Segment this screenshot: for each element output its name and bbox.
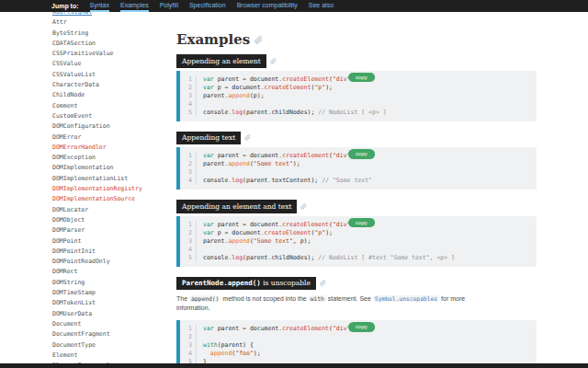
- code-line: 3with(parent) {: [180, 341, 537, 350]
- sidebar-item-cssvaluelist[interactable]: CSSValueList: [52, 70, 174, 80]
- section-anchor-icon[interactable]: [244, 134, 251, 141]
- sidebar-item-domerrorhandler[interactable]: DOMErrorHandler: [52, 143, 174, 153]
- section-anchor-icon[interactable]: [270, 58, 277, 64]
- section-heading-text: Appending an element and text: [182, 202, 291, 211]
- sidebar-item-domlocator[interactable]: DOMLocator: [52, 205, 174, 215]
- sidebar-item-cssprimitivevalue[interactable]: CSSPrimitiveValue: [52, 49, 174, 59]
- sidebar-item-bytestring[interactable]: ByteString: [52, 29, 174, 39]
- paragraph-text: method is not scoped into the: [220, 295, 308, 302]
- section-anchor-icon[interactable]: [300, 203, 307, 210]
- sidebar-item-domtimestamp[interactable]: DOMTimeStamp: [52, 288, 174, 298]
- code-line: 2var p = document.createElement("p");: [180, 84, 537, 92]
- nav-link-polyfill[interactable]: Polyfill: [160, 0, 178, 12]
- line-number: 3: [180, 168, 197, 177]
- sidebar-item-domuserdata[interactable]: DOMUserData: [52, 309, 174, 319]
- code-text: var parent = document.createElement("div…: [197, 152, 357, 160]
- sidebar-nav: AbortSignalAttrByteStringCDATASectionCSS…: [52, 7, 174, 368]
- line-number: 3: [180, 92, 197, 100]
- code-line: 5console.log(parent.childNodes); // Node…: [180, 109, 537, 117]
- code-text: console.log(parent.textContent); // "Som…: [197, 177, 372, 185]
- jump-to-label: Jump to:: [51, 0, 79, 12]
- sidebar-item-domparser[interactable]: DOMParser: [52, 225, 174, 236]
- line-number: 4: [180, 100, 197, 109]
- bottom-bar: [0, 363, 588, 368]
- line-number: 4: [180, 177, 197, 185]
- line-number: 2: [180, 84, 197, 92]
- code-text: console.log(parent.childNodes); // NodeL…: [197, 109, 387, 117]
- sidebar-item-domstring[interactable]: DOMString: [52, 278, 174, 288]
- sidebar-item-domerror[interactable]: DOMError: [52, 132, 174, 143]
- sidebar-item-attr[interactable]: Attr: [52, 17, 174, 28]
- sidebar-item-documentfragment[interactable]: DocumentFragment: [52, 329, 174, 339]
- page: Jump to: SyntaxExamplesPolyfillSpecifica…: [0, 0, 588, 368]
- page-title: Examples: [176, 31, 537, 48]
- section-anchor-icon[interactable]: [320, 280, 326, 286]
- symbol-unscopables-link[interactable]: Symbol.unscopables: [373, 295, 439, 302]
- sidebar-item-childnode[interactable]: ChildNode: [52, 90, 174, 100]
- nav-links: SyntaxExamplesPolyfillSpecificationBrows…: [90, 0, 345, 12]
- code-text: append("foo");: [197, 350, 261, 358]
- code-text: parent.append("Some text");: [197, 160, 300, 168]
- paragraph-text: statement. See: [326, 295, 373, 302]
- section-heading-text: Appending text: [182, 133, 235, 142]
- code-line: 2: [180, 333, 537, 341]
- section-heading-code: ParentNode.append(): [182, 279, 261, 287]
- sidebar-item-dompointreadonly[interactable]: DOMPointReadOnly: [52, 257, 174, 267]
- section-heading: Appending an element and text: [176, 200, 297, 213]
- sidebar-item-dompointinit[interactable]: DOMPointInit: [52, 247, 174, 257]
- sidebar-item-dompoint[interactable]: DOMPoint: [52, 236, 174, 247]
- sidebar-item-domimplementationsource[interactable]: DOMImplementationSource: [52, 194, 174, 204]
- nav-link-browser-compatibility[interactable]: Browser compatibility: [237, 0, 298, 12]
- jump-bar: Jump to: SyntaxExamplesPolyfillSpecifica…: [0, 0, 588, 12]
- copy-button[interactable]: copy: [348, 73, 375, 83]
- code-block: copy1var parent = document.createElement…: [176, 147, 537, 190]
- code-line: 4 append("foo");: [180, 350, 537, 358]
- nav-link-syntax[interactable]: Syntax: [90, 0, 109, 12]
- sidebar-item-domtokenlist[interactable]: DOMTokenList: [52, 298, 174, 308]
- line-number: 2: [180, 160, 197, 168]
- code-text: parent.append(p);: [197, 92, 265, 100]
- sidebar-item-domexception[interactable]: DOMException: [52, 153, 174, 163]
- nav-link-see-also[interactable]: See also: [309, 0, 334, 12]
- code-line: 4: [180, 246, 537, 254]
- code-line: 4: [180, 100, 537, 109]
- section-heading: ParentNode.append() is unscopable: [176, 277, 316, 291]
- line-number: 5: [180, 109, 197, 117]
- line-number: 2: [180, 229, 197, 237]
- sidebar-item-domimplementation[interactable]: DOMImplementation: [52, 163, 174, 173]
- sidebar-item-domimplementationlist[interactable]: DOMImplementationList: [52, 174, 174, 184]
- sidebar-item-domobject[interactable]: DOMObject: [52, 215, 174, 225]
- sidebar-item-cdatasection[interactable]: CDATASection: [52, 39, 174, 49]
- code-line: 5console.log(parent.childNodes); // Node…: [180, 254, 537, 262]
- sidebar-item-domimplementationregistry[interactable]: DOMImplementationRegistry: [52, 184, 174, 194]
- inline-code: append(): [189, 295, 220, 302]
- sidebar-item-domconfiguration[interactable]: DOMConfiguration: [52, 121, 174, 132]
- sidebar-item-domrect[interactable]: DOMRect: [52, 267, 174, 277]
- line-number: 1: [180, 325, 197, 333]
- code-line: 2parent.append("Some text");: [180, 160, 537, 168]
- page-title-text: Examples: [176, 31, 250, 48]
- line-number: 2: [180, 333, 197, 341]
- copy-button[interactable]: copy: [348, 218, 375, 228]
- line-number: 1: [180, 221, 197, 229]
- sidebar-item-customevent[interactable]: CustomEvent: [52, 111, 174, 121]
- sidebar-item-document[interactable]: Document: [52, 319, 174, 329]
- inline-code: with: [309, 295, 326, 302]
- copy-button[interactable]: copy: [348, 149, 375, 159]
- nav-link-examples[interactable]: Examples: [120, 0, 149, 12]
- sidebar-item-element[interactable]: Element: [52, 351, 174, 361]
- code-block: copy1var parent = document.createElement…: [176, 216, 537, 267]
- sidebar-item-documenttype[interactable]: DocumentType: [52, 340, 174, 351]
- examples-anchor-icon[interactable]: [254, 36, 263, 44]
- sidebar-item-cssvalue[interactable]: CSSValue: [52, 59, 174, 69]
- sidebar-item-characterdata[interactable]: CharacterData: [52, 80, 174, 90]
- code-block: copy1var parent = document.createElement…: [176, 320, 537, 368]
- nav-link-specification[interactable]: Specification: [189, 0, 226, 12]
- code-text: [197, 333, 203, 341]
- code-text: [197, 168, 203, 177]
- code-text: parent.append("Some text", p);: [197, 237, 311, 246]
- copy-button[interactable]: copy: [348, 322, 375, 332]
- code-text: [197, 246, 203, 254]
- sidebar-item-comment[interactable]: Comment: [52, 101, 174, 111]
- line-number: 3: [180, 341, 197, 350]
